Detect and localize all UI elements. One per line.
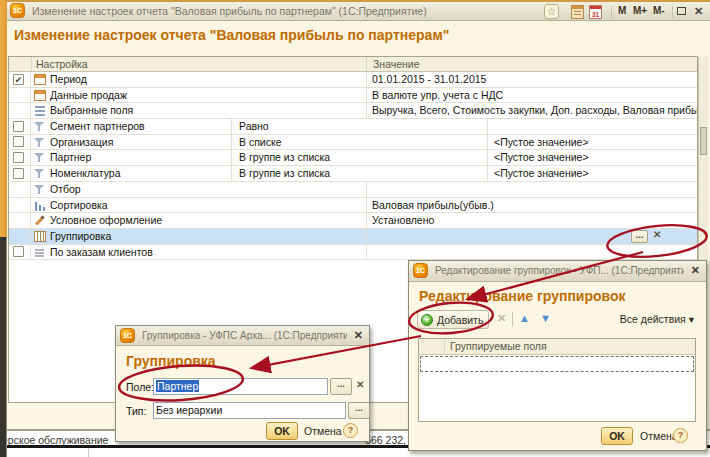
column-header-grouping-fields: Группируемые поля	[450, 340, 547, 352]
ok-button[interactable]: OK	[601, 427, 633, 445]
calculator-icon[interactable]	[571, 5, 584, 19]
calendar-day: 31	[590, 11, 601, 18]
checkbox-unchecked[interactable]	[13, 152, 24, 163]
row-clear-button[interactable]: ✕	[653, 229, 661, 240]
checkbox-checked[interactable]: ✔	[13, 74, 24, 85]
table-row[interactable]: ✔Период01.01.2015 - 31.01.2015	[9, 72, 697, 88]
checkbox-unchecked[interactable]	[13, 246, 24, 257]
table-row[interactable]: СортировкаВаловая прибыль(убыв.)	[9, 198, 697, 214]
field-picker-button[interactable]: ...	[330, 378, 352, 395]
cancel-button[interactable]: Отмена	[304, 425, 342, 437]
row-edit-button[interactable]: ...	[631, 230, 648, 243]
table-row[interactable]: Выбранные поляВыручка, Всего, Стоимость …	[9, 103, 697, 119]
setting-value: <Пустое значение>	[487, 135, 697, 150]
column-header-value: Значение	[373, 58, 420, 70]
setting-name: Период	[50, 73, 87, 85]
brush-icon	[34, 215, 46, 226]
table-row[interactable]: Данные продажВ валюте упр. учета с НДС	[9, 88, 697, 104]
table-row[interactable]: НоменклатураВ группе из списка<Пустое зн…	[9, 166, 697, 182]
table-row[interactable]: Сегмент партнеровРавно	[9, 119, 697, 135]
funnel-icon	[34, 152, 46, 163]
comparison-type: В группе из списка	[231, 150, 487, 165]
checkbox-cell	[9, 88, 31, 103]
frame-edge	[0, 0, 710, 2]
setting-value: 01.01.2015 - 31.01.2015	[366, 72, 697, 87]
table-row[interactable]: ОрганизацияВ списке<Пустое значение>	[9, 135, 697, 151]
add-button[interactable]: + Добавить	[417, 310, 489, 329]
field-label: Поле:	[126, 381, 154, 393]
setting-value: В валюте упр. учета с НДС	[366, 88, 697, 103]
move-up-button[interactable]: ▲	[519, 312, 530, 324]
memory-button[interactable]: M	[618, 5, 626, 16]
grouping-dialog: 1С Группировка - УФПС Арха... (1С:Предпр…	[115, 325, 370, 442]
memory-minus-button[interactable]: M-	[653, 5, 665, 16]
checkbox-cell	[9, 229, 31, 244]
type-picker-button[interactable]: ...	[348, 402, 370, 419]
checkbox-cell: ✔	[9, 72, 31, 87]
table-row[interactable]: ПартнерВ группе из списка<Пустое значени…	[9, 150, 697, 166]
selected-empty-row[interactable]	[420, 356, 694, 372]
table-row[interactable]: Группировка...✕	[9, 229, 697, 245]
titlebar-separator	[672, 6, 673, 18]
setting-value	[366, 245, 697, 260]
close-button[interactable]: ✕	[694, 5, 703, 18]
close-button[interactable]: ✕	[691, 264, 700, 277]
editing-groupings-dialog: 1С Редактирование группировок - УФП... (…	[408, 260, 707, 451]
table-header: Настройка Значение	[9, 57, 697, 72]
scrollbar-thumb[interactable]	[700, 127, 707, 155]
funnel-icon	[34, 168, 46, 179]
help-button[interactable]: ?	[343, 423, 358, 438]
favorites-star-icon[interactable]: ☆	[544, 4, 559, 19]
checkbox-cell	[9, 213, 31, 228]
dialog-titlebar: 1С Группировка - УФПС Арха... (1С:Предпр…	[116, 326, 369, 346]
sort-icon	[34, 200, 46, 211]
delete-button-disabled: ✕	[497, 312, 506, 325]
window-title: Изменение настроек отчета "Валовая прибы…	[32, 5, 427, 17]
field-input[interactable]: Партнер	[153, 378, 328, 395]
setting-value: <Пустое значение>	[487, 150, 697, 165]
setting-name: По заказам клиентов	[50, 246, 153, 258]
checkbox-unchecked[interactable]	[13, 136, 24, 147]
background-gridline	[88, 448, 89, 457]
table-row[interactable]: Условное оформлениеУстановлено	[9, 213, 697, 229]
grid-icon	[34, 231, 46, 242]
checkbox-unchecked[interactable]	[13, 168, 24, 179]
memory-plus-button[interactable]: M+	[633, 5, 647, 16]
ok-button[interactable]: OK	[266, 422, 298, 440]
table-row[interactable]: По заказам клиентов	[9, 245, 697, 261]
comparison-type: В списке	[231, 135, 487, 150]
help-button[interactable]: ?	[673, 428, 688, 443]
setting-value: Установлено	[366, 213, 697, 228]
setting-name: Условное оформление	[50, 214, 162, 226]
setting-name: Партнер	[50, 151, 91, 163]
calendar-icon[interactable]: 31	[589, 5, 602, 19]
screenshot-root: 1С Изменение настроек отчета "Валовая пр…	[0, 0, 710, 457]
setting-name: Отбор	[50, 183, 81, 195]
page-title: Изменение настроек отчета "Валовая прибы…	[14, 27, 449, 43]
checkbox-cell	[9, 182, 31, 197]
1c-logo-icon: 1С	[413, 263, 428, 278]
type-input[interactable]: Без иерархии	[153, 402, 346, 419]
column-line	[31, 57, 32, 71]
dialog-titlebar: 1С Редактирование группировок - УФП... (…	[409, 261, 706, 282]
close-button[interactable]: ✕	[354, 329, 363, 342]
calendar-icon	[34, 90, 46, 101]
maximize-button[interactable]	[677, 7, 686, 15]
type-value: Без иерархии	[156, 404, 222, 416]
comparison-type: В группе из списка	[231, 166, 487, 181]
setting-name: Выбранные поля	[50, 104, 133, 116]
checkbox-cell	[9, 135, 31, 150]
setting-value	[487, 119, 697, 134]
field-clear-button[interactable]: ✕	[356, 379, 364, 390]
table-rows: ✔Период01.01.2015 - 31.01.2015Данные про…	[9, 72, 697, 260]
setting-value	[366, 182, 697, 197]
grouping-fields-table[interactable]: Группируемые поля	[418, 338, 696, 422]
all-actions-menu[interactable]: Все действия ▾	[620, 313, 694, 325]
funnel-icon	[34, 121, 46, 132]
selected-text: Партнер	[156, 380, 199, 392]
checkbox-cell	[9, 198, 31, 213]
table-row[interactable]: Отбор	[9, 182, 697, 198]
checkbox-unchecked[interactable]	[13, 121, 24, 132]
move-down-button[interactable]: ▼	[540, 312, 551, 324]
calendar-icon	[34, 74, 46, 85]
